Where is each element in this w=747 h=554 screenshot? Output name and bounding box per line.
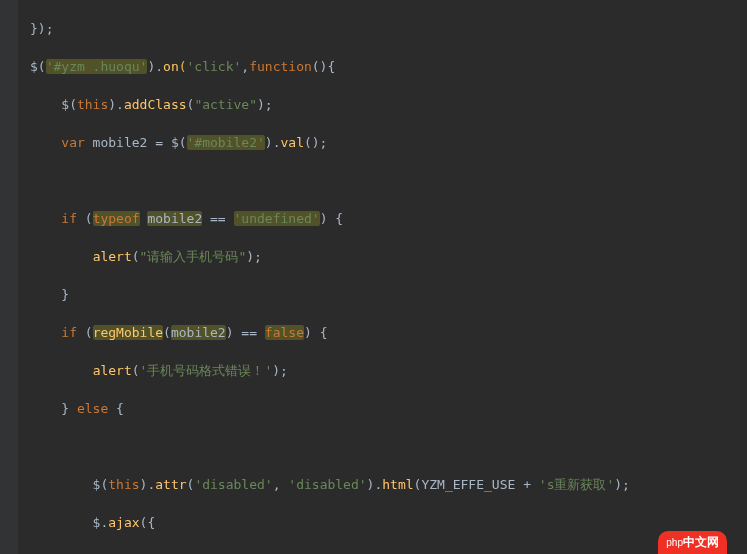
code-line: $(this).addClass("active"); [30,95,747,114]
code-line: $('#yzm .huoqu').on('click',function(){ [30,57,747,76]
code-line: var mobile2 = $('#mobile2').val(); [30,133,747,152]
code-line: if (typeof mobile2 == 'undefined') { [30,209,747,228]
code-line: alert("请输入手机号码"); [30,247,747,266]
code-line: if (regMobile(mobile2) == false) { [30,323,747,342]
code-line: } else { [30,399,747,418]
code-editor[interactable]: }); $('#yzm .huoqu').on('click',function… [0,0,747,554]
code-line: $(this).attr('disabled', 'disabled').htm… [30,475,747,494]
badge-prefix: php [666,537,683,548]
code-line: } [30,285,747,304]
code-line [30,437,747,456]
code-line [30,171,747,190]
code-line: }); [30,19,747,38]
badge-text: 中文网 [683,535,719,549]
code-line: alert('手机号码格式错误！'); [30,361,747,380]
code-line: $.ajax({ [30,513,747,532]
watermark-badge: php中文网 [658,531,727,554]
